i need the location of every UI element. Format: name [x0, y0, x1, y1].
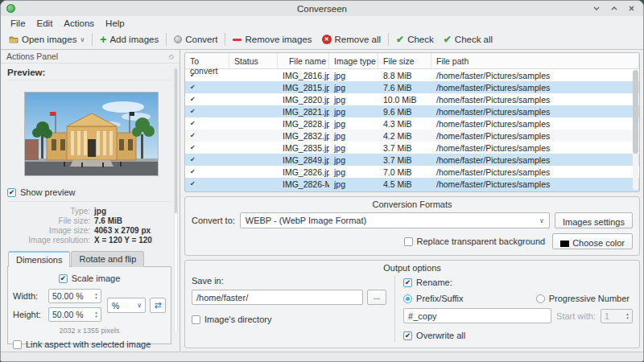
spinner-arrows-icon[interactable]: ▴▾ [92, 308, 101, 321]
tab-rotate-flip[interactable]: Rotate and flip [71, 251, 144, 267]
row-convert-checkbox[interactable]: ✔ [185, 132, 229, 139]
table-row[interactable]: ✔IMG_2854-2.j…jpg7.0 MiB/home/faster/Pic… [185, 190, 639, 192]
save-path-input[interactable]: /home/faster/ [192, 290, 363, 305]
row-convert-checkbox[interactable]: ✔ [185, 180, 229, 187]
table-row[interactable]: ✔IMG_2821.jpgjpg9.6 MiB/home/faster/Pict… [185, 105, 639, 117]
checkbox-icon: ✔ [403, 278, 412, 287]
menu-actions[interactable]: Actions [58, 18, 100, 29]
row-file-path: /home/faster/Pictures/samples [431, 143, 639, 153]
row-file-size: 7.0 MiB [378, 167, 431, 177]
menu-help[interactable]: Help [100, 18, 130, 29]
link-aspect-checkbox[interactable]: Link aspect with selected image [13, 338, 166, 351]
table-row[interactable]: ✔IMG_2826-M…jpg4.5 MiB/home/faster/Pictu… [185, 178, 639, 190]
output-options-group: Output options Save in: /home/faster/ ..… [184, 260, 640, 348]
type-value: jpg [94, 207, 171, 216]
header-file-path[interactable]: File path [431, 53, 639, 68]
rename-pattern-input[interactable]: #_copy [403, 308, 551, 323]
row-convert-checkbox[interactable]: ✔ [185, 168, 229, 175]
row-convert-checkbox[interactable]: ✔ [185, 108, 229, 115]
minimize-icon[interactable] [592, 5, 601, 12]
table-row[interactable]: ✔IMG_2832.jpgjpg4.2 MiB/home/faster/Pict… [185, 130, 639, 142]
row-convert-checkbox[interactable]: ✔ [185, 156, 229, 163]
close-icon[interactable] [628, 5, 635, 12]
images-directory-checkbox[interactable]: Image's directory [192, 313, 386, 326]
add-plus-icon: + [100, 35, 106, 43]
table-row[interactable]: ✔IMG_2849.jpgjpg3.7 MiB/home/faster/Pict… [185, 154, 639, 166]
spinner-arrows-icon[interactable]: ▴▾ [92, 290, 101, 302]
file-size-label: File size: [7, 216, 90, 225]
images-settings-button[interactable]: Images settings [555, 212, 633, 228]
chevron-down-icon: ∨ [80, 36, 85, 43]
titlebar[interactable]: Converseen [1, 1, 643, 16]
menu-edit[interactable]: Edit [31, 18, 59, 29]
row-convert-checkbox[interactable]: ✔ [185, 84, 229, 91]
check-button[interactable]: ✔ Check [391, 33, 439, 46]
maximize-icon[interactable] [610, 5, 618, 12]
toolbar-separator [225, 33, 225, 46]
overwrite-all-checkbox[interactable]: ✔ Overwrite all [403, 329, 633, 342]
check-all-button[interactable]: ✔ Check all [439, 33, 497, 46]
header-to-convert[interactable]: To convert [185, 53, 229, 68]
save-in-label: Save in: [192, 276, 386, 286]
width-stepper[interactable]: 50.00 % ▴▾ [48, 289, 101, 303]
row-convert-checkbox[interactable]: ✔ [185, 144, 229, 151]
prefix-suffix-radio[interactable]: Prefix/Suffix [403, 294, 464, 303]
show-preview-checkbox[interactable]: ✔ Show preview [7, 186, 171, 202]
progressive-number-radio[interactable]: Progressive Number [536, 294, 630, 303]
open-folder-icon [9, 35, 19, 43]
remove-images-button[interactable]: Remove images [228, 33, 316, 46]
scale-image-checkbox[interactable]: ✔ Scale image [59, 272, 121, 285]
table-row[interactable]: ✔IMG_2820.jpgjpg10.0 MiB/home/faster/Pic… [185, 93, 639, 105]
browse-button[interactable]: ... [367, 290, 386, 305]
row-convert-checkbox[interactable]: ✔ [185, 120, 229, 127]
convert-icon [174, 35, 182, 43]
checkbox-icon: ✔ [59, 274, 68, 283]
start-with-label: Start with: [556, 311, 596, 321]
chevron-down-icon: ∨ [539, 217, 549, 224]
table-row[interactable]: ✔IMG_2826.jpgjpg7.0 MiB/home/faster/Pict… [185, 166, 639, 178]
convert-to-label: Convert to: [192, 216, 235, 225]
table-row[interactable]: ✔IMG_2828.jpgjpg4.3 MiB/home/faster/Pict… [185, 117, 639, 130]
choose-color-button[interactable]: Choose color [552, 233, 633, 249]
row-file-name: IMG_2835.jpg [278, 143, 329, 153]
header-file-size[interactable]: File size [378, 53, 431, 68]
tab-dimensions[interactable]: Dimensions [8, 251, 70, 267]
image-size-label: Image size: [7, 226, 90, 235]
row-file-name: IMG_2832.jpg [278, 131, 329, 141]
conversion-formats-title: Conversion Formats [192, 200, 633, 209]
row-image-type: jpg [329, 191, 378, 193]
dock-float-icon[interactable]: ◇ [169, 53, 174, 60]
header-image-type[interactable]: Image type [329, 53, 378, 68]
replace-background-checkbox[interactable]: Replace transparent background [404, 235, 546, 248]
row-file-size: 8.8 MiB [378, 71, 431, 80]
row-file-path: /home/faster/Pictures/samples [431, 155, 639, 165]
panel-scrollbar[interactable] [174, 68, 178, 333]
header-status[interactable]: Status [229, 53, 278, 68]
height-stepper[interactable]: 50.00 % ▴▾ [48, 307, 101, 322]
header-file-name[interactable]: File name [278, 53, 329, 68]
row-convert-checkbox[interactable]: ✔ [185, 72, 229, 79]
row-file-path: /home/faster/Pictures/samples [431, 107, 639, 117]
resolution-label: Image resolution: [7, 236, 90, 245]
row-convert-checkbox[interactable]: ✔ [185, 96, 229, 103]
checkbox-icon: ✔ [403, 331, 412, 340]
remove-all-button[interactable]: ✕ Remove all [317, 33, 386, 46]
table-row[interactable]: ✔IMG_2815.jpgjpg7.6 MiB/home/faster/Pict… [185, 81, 639, 93]
table-scrollbar[interactable] [633, 70, 638, 190]
add-images-button[interactable]: + Add images [95, 33, 163, 46]
convert-button[interactable]: Convert [169, 33, 222, 46]
row-file-path: /home/faster/Pictures/samples [431, 119, 639, 129]
table-row[interactable]: ✔IMG_2816.jpgjpg8.8 MiB/home/faster/Pict… [185, 69, 639, 81]
checkbox-icon [13, 340, 22, 349]
start-with-stepper[interactable]: 1 ▴▾ [601, 309, 633, 323]
toolbar-separator [92, 33, 93, 46]
table-row[interactable]: ✔IMG_2835.jpgjpg3.7 MiB/home/faster/Pict… [185, 142, 639, 154]
format-select[interactable]: WEBP - (WebP Image Format) ∨ [240, 212, 550, 228]
swap-dimensions-button[interactable]: ⇄ [150, 298, 166, 313]
open-images-button[interactable]: Open images ∨ [4, 33, 89, 46]
unit-select[interactable]: % ∨ [107, 298, 146, 313]
menu-file[interactable]: File [5, 18, 31, 29]
rename-checkbox[interactable]: ✔ Rename: [403, 276, 633, 289]
resulting-pixels: 2032 x 1355 pixels [13, 327, 166, 335]
conversion-formats-group: Conversion Formats Convert to: WEBP - (W… [184, 196, 640, 256]
